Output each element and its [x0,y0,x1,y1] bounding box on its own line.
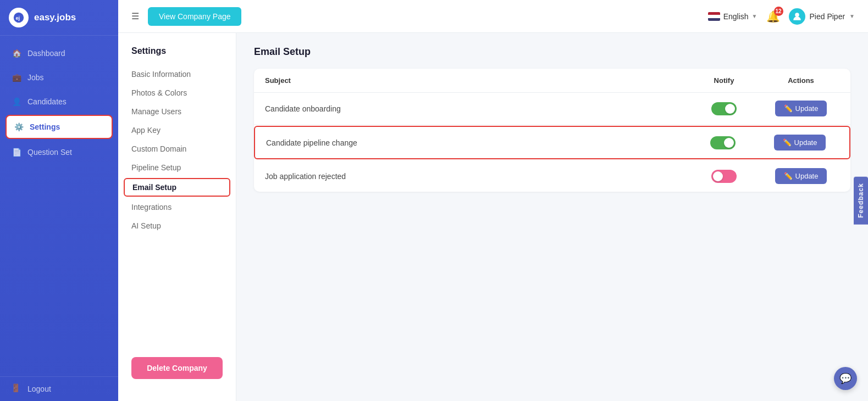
language-label: English [723,12,749,21]
row-notify [685,170,762,183]
company-avatar [789,8,805,25]
notification-badge: 12 [774,7,783,16]
table-row: Candidate pipeline change ✏️ Update [254,126,850,159]
feedback-tab[interactable]: Feedback [854,176,868,224]
briefcase-icon: 💼 [11,72,22,83]
sidebar-item-label: Settings [30,122,60,131]
settings-nav-basic-info[interactable]: Basic Information [118,65,236,83]
sidebar-item-label: Jobs [27,73,44,82]
table-row: Job application rejected ✏️ Update [254,160,850,192]
logo-icon: ej [9,8,29,27]
email-setup-panel: Email Setup Subject Notify Actions Candi… [236,33,868,401]
subject-text: Candidate pipeline change [266,138,357,147]
email-table: Subject Notify Actions Candidate onboard… [254,69,850,192]
table-header: Subject Notify Actions [254,69,850,93]
header-notify: Notify [685,76,762,85]
notification-bell[interactable]: 🔔 12 [766,10,780,23]
main-area: ☰ View Company Page English ▼ 🔔 12 Pied … [118,0,868,401]
chevron-down-icon: ▼ [752,13,758,19]
sidebar-item-dashboard[interactable]: 🏠 Dashboard [0,41,118,65]
settings-nav-ai-setup[interactable]: AI Setup [118,216,236,235]
row-notify [685,102,762,115]
sidebar-footer: 🚪 Logout [0,376,118,401]
logout-button[interactable]: 🚪 Logout [11,383,107,394]
settings-nav-email-setup[interactable]: Email Setup [124,178,230,197]
row-actions: ✏️ Update [762,168,839,184]
settings-nav-pipeline-setup[interactable]: Pipeline Setup [118,158,236,177]
svg-text:ej: ej [16,15,20,21]
settings-nav-integrations[interactable]: Integrations [118,198,236,216]
view-company-button[interactable]: View Company Page [148,7,241,26]
delete-company-button[interactable]: Delete Company [131,357,223,379]
settings-footer: Delete Company [118,348,236,388]
gear-icon: ⚙️ [13,121,24,132]
update-button-3[interactable]: ✏️ Update [775,168,827,184]
row-actions: ✏️ Update [762,101,839,116]
update-label: Update [795,104,819,113]
settings-sidebar: Settings Basic Information Photos & Colo… [118,33,236,401]
person-icon: 👤 [11,96,22,107]
logo-text: easy.jobs [34,12,76,23]
row-subject: Candidate onboarding [265,104,685,113]
home-icon: 🏠 [11,48,22,59]
sidebar-logo: ej easy.jobs [0,0,118,36]
company-selector[interactable]: Pied Piper ▼ [789,8,855,25]
sidebar-item-label: Question Set [27,148,72,157]
update-label: Update [795,172,819,180]
pencil-icon: ✏️ [784,104,793,113]
notify-toggle-1[interactable] [711,102,737,115]
language-selector[interactable]: English ▼ [708,12,758,21]
row-subject: Job application rejected [265,172,685,181]
settings-title: Settings [118,46,236,65]
sidebar-item-label: Dashboard [27,49,65,58]
logout-icon: 🚪 [11,383,22,394]
content-area: Settings Basic Information Photos & Colo… [118,33,868,401]
settings-nav-photos-colors[interactable]: Photos & Colors [118,83,236,102]
table-row: Candidate onboarding ✏️ Update [254,93,850,125]
notify-toggle-2[interactable] [710,136,736,149]
topbar: ☰ View Company Page English ▼ 🔔 12 Pied … [118,0,868,33]
row-subject: Candidate pipeline change [266,138,684,147]
flag-icon [708,12,720,21]
pencil-icon: ✏️ [784,172,793,180]
sidebar: ej easy.jobs 🏠 Dashboard 💼 Jobs 👤 Candid… [0,0,118,401]
chevron-down-icon: ▼ [849,13,855,19]
row-actions: ✏️ Update [761,135,838,151]
notify-toggle-3[interactable] [711,170,737,183]
update-label: Update [794,138,817,147]
sidebar-item-settings[interactable]: ⚙️ Settings [5,115,113,139]
settings-nav-app-key[interactable]: App Key [118,121,236,140]
header-actions: Actions [762,76,839,85]
email-setup-title: Email Setup [254,46,850,58]
sidebar-item-candidates[interactable]: 👤 Candidates [0,90,118,114]
update-button-1[interactable]: ✏️ Update [775,101,827,116]
sidebar-item-label: Candidates [27,97,67,106]
chat-bubble[interactable]: 💬 [834,367,857,390]
topbar-right: English ▼ 🔔 12 Pied Piper ▼ [708,8,855,25]
subject-text: Candidate onboarding [265,104,341,113]
svg-point-2 [795,13,799,17]
logout-label: Logout [27,385,51,393]
settings-nav-custom-domain[interactable]: Custom Domain [118,140,236,158]
company-name: Pied Piper [810,12,845,21]
sidebar-item-jobs[interactable]: 💼 Jobs [0,65,118,90]
chat-icon: 💬 [839,372,852,385]
update-button-2[interactable]: ✏️ Update [774,135,826,151]
sidebar-item-question-set[interactable]: 📄 Question Set [0,140,118,164]
header-subject: Subject [265,76,685,85]
sidebar-nav: 🏠 Dashboard 💼 Jobs 👤 Candidates ⚙️ Setti… [0,36,118,376]
menu-icon[interactable]: ☰ [131,11,139,21]
settings-nav-manage-users[interactable]: Manage Users [118,102,236,121]
subject-text: Job application rejected [265,172,346,181]
row-notify [684,136,761,149]
pencil-icon: ✏️ [783,138,792,147]
document-icon: 📄 [11,147,22,158]
